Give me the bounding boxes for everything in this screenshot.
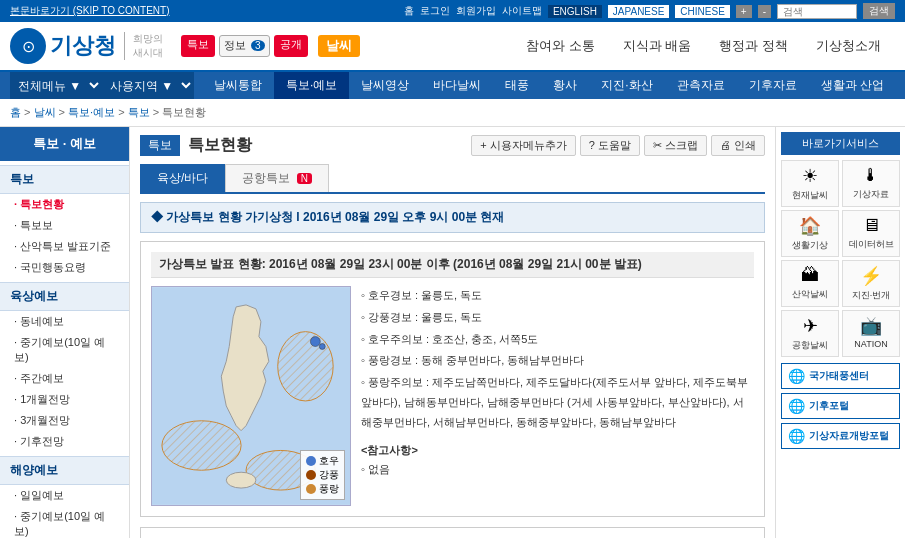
- legend-hoyu: 호우: [306, 454, 339, 468]
- header-badges: 특보 정보 3 공개 날씨: [181, 35, 360, 57]
- lightning-icon: ⚡: [860, 265, 882, 287]
- globe-icon-2: 🌐: [788, 398, 805, 414]
- tab-gonghang-teukbo[interactable]: 공항특보 N: [225, 164, 329, 192]
- breadcrumb-home[interactable]: 홈: [10, 106, 21, 118]
- tv-icon: 📺: [860, 315, 882, 337]
- sidebar-item-hayang-junggi[interactable]: 중기예보(10일 예보): [0, 506, 129, 538]
- nav-chatgwa-sotong[interactable]: 참여와 소통: [512, 31, 609, 61]
- subnav-nalsi-tonghap[interactable]: 날씨통합: [202, 72, 274, 99]
- quick-link-gihu[interactable]: 🌐 기후포털: [781, 393, 900, 419]
- lang-japanese[interactable]: JAPANESE: [608, 5, 670, 18]
- quick-link-gisang-jaro-portal[interactable]: 🌐 기상자료개방포털: [781, 423, 900, 449]
- nav-haengjeong[interactable]: 행정과 정책: [705, 31, 802, 61]
- subnav-gwanchuk[interactable]: 관측자료: [665, 72, 737, 99]
- logo-main-text: 기상청: [50, 31, 116, 61]
- skip-link[interactable]: 본문바로가기 (SKIP TO CONTENT): [10, 4, 169, 18]
- quick-item-sanak-nalsi[interactable]: 🏔 산악날씨: [781, 260, 839, 307]
- subnav-bada-nalsi[interactable]: 바다날씨: [421, 72, 493, 99]
- sidebar-item-3gaeweol[interactable]: 3개월전망: [0, 410, 129, 431]
- page-title: 특보현황: [188, 135, 252, 156]
- legend-label-hoyu: 호우: [319, 454, 339, 468]
- sidebar-item-jukan-yebo[interactable]: 주간예보: [0, 368, 129, 389]
- breadcrumb-teukbo[interactable]: 특보: [128, 106, 150, 118]
- plane-icon: ✈: [803, 315, 818, 337]
- tabs: 육상/바다 공항특보 N: [140, 164, 765, 194]
- sidebar-item-gihu-jeonmang[interactable]: 기후전망: [0, 431, 129, 452]
- quick-link-gihu-label: 기후포털: [809, 399, 849, 413]
- tab-yuksang-bada[interactable]: 육상/바다: [140, 164, 225, 192]
- search-input[interactable]: [777, 4, 857, 19]
- quick-item-nation[interactable]: 📺 NATION: [842, 310, 900, 357]
- legend-dot-pungnang: [306, 484, 316, 494]
- breadcrumb: 홈 > 날씨 > 특보·예보 > 특보 > 특보현황: [0, 99, 905, 127]
- legend-label-gangpung: 강풍: [319, 468, 339, 482]
- lang-english[interactable]: ENGLISH: [548, 5, 602, 18]
- quick-item-jijin[interactable]: ⚡ 지진·번개: [842, 260, 900, 307]
- subnav-hwangsa[interactable]: 황사: [541, 72, 589, 99]
- badge-nalsi: 날씨: [318, 35, 360, 57]
- area-select[interactable]: 사용지역 ▼: [102, 72, 194, 99]
- sidebar-item-gukmin-haengdong[interactable]: 국민행동요령: [0, 257, 129, 278]
- detail-gangpung-gyeongbo: ◦ 강풍경보 : 울릉도, 독도: [361, 308, 754, 328]
- badge-jeongbo: 정보 3: [219, 35, 270, 57]
- all-menu-select[interactable]: 전체메뉴 ▼: [10, 72, 102, 99]
- quick-link-taepung[interactable]: 🌐 국가태풍센터: [781, 363, 900, 389]
- sitemap-link[interactable]: 사이트맵: [502, 4, 542, 18]
- quick-item-datahub[interactable]: 🖥 데이터허브: [842, 210, 900, 257]
- content-flex-1: 호우 강풍 풍랑 ◦ 호우경보 : 울릉도, 독도: [151, 286, 754, 506]
- scrap-btn[interactable]: ✂ 스크랩: [644, 135, 707, 156]
- quick-link-gisang-portal-label: 기상자료개방포털: [809, 429, 889, 443]
- sidebar-item-ilil-yebo[interactable]: 일일예보: [0, 485, 129, 506]
- quick-label-nation: NATION: [854, 339, 887, 349]
- font-up-btn[interactable]: +: [736, 5, 752, 18]
- sidebar-cat-hayang: 해양예보: [0, 456, 129, 485]
- subnav-jijin[interactable]: 지진·화산: [589, 72, 664, 99]
- main-content: 특보 특보현황 + 시용자메뉴추가 ? 도움말 ✂ 스크랩 🖨 인쇄 육상/바다…: [130, 127, 775, 538]
- quick-item-gisang-jaro[interactable]: 🌡 기상자료: [842, 160, 900, 207]
- nav-gisangcheong-sogeae[interactable]: 기상청소개: [802, 31, 895, 61]
- breadcrumb-teukbo-yebo[interactable]: 특보·예보: [68, 106, 115, 118]
- quick-label-jijin: 지진·번개: [852, 289, 891, 302]
- svg-point-6: [310, 337, 320, 347]
- nav-jishik-baeum[interactable]: 지식과 배움: [609, 31, 706, 61]
- content-box-1: 가상특보 발표 현황: 2016년 08월 29일 23시 00분 이후 (20…: [140, 241, 765, 517]
- lang-chinese[interactable]: CHINESE: [675, 5, 729, 18]
- signup-link[interactable]: 회원가입: [456, 4, 496, 18]
- detail-pungnang-gyeongbo: ◦ 풍랑경보 : 동해 중부먼바다, 동해남부먼바다: [361, 351, 754, 371]
- home-link[interactable]: 홈: [404, 4, 414, 18]
- quick-label-gisang: 기상자료: [853, 188, 889, 201]
- main-layout: 특보 · 예보 특보 특보현황 특보보 산악특보 발표기준 국민행동요령 육상예…: [0, 127, 905, 538]
- subnav-gihu[interactable]: 기후자료: [737, 72, 809, 99]
- subnav-saengwal[interactable]: 생활과 산업: [809, 72, 896, 99]
- breadcrumb-nalsi[interactable]: 날씨: [34, 106, 56, 118]
- detail-hoyu-juibo: ◦ 호우주의보 : 호조산, 충조, 서쪽5도: [361, 330, 754, 350]
- content-box-2: 예비 가상특보 현황: 2016년 08월 29일 21시 00분 발표: [140, 527, 765, 538]
- content-box-1-title: 가상특보 발표 현황: 2016년 08월 29일 23시 00분 이후 (20…: [151, 252, 754, 278]
- reference: <참고사항> ◦ 없음: [361, 441, 754, 481]
- subnav-teukbo-yebo[interactable]: 특보·예보: [274, 72, 349, 99]
- help-btn[interactable]: ? 도움말: [580, 135, 640, 156]
- legend-pungnang: 풍랑: [306, 482, 339, 496]
- quick-item-gonghang[interactable]: ✈ 공항날씨: [781, 310, 839, 357]
- sidebar-item-teukbo-bo[interactable]: 특보보: [0, 215, 129, 236]
- subnav-nalsi-yeong[interactable]: 날씨영상: [349, 72, 421, 99]
- print-btn[interactable]: 🖨 인쇄: [711, 135, 765, 156]
- sidebar-item-teukbo-hyeonhwang[interactable]: 특보현황: [0, 194, 129, 215]
- globe-icon-3: 🌐: [788, 428, 805, 444]
- sidebar-item-sanak-teukbo[interactable]: 산악특보 발표기준: [0, 236, 129, 257]
- add-menu-btn[interactable]: + 시용자메뉴추가: [471, 135, 575, 156]
- sidebar-item-dongne-yebo[interactable]: 동네예보: [0, 311, 129, 332]
- sidebar: 특보 · 예보 특보 특보현황 특보보 산악특보 발표기준 국민행동요령 육상예…: [0, 127, 130, 538]
- map-area-1: 호우 강풍 풍랑: [151, 286, 351, 506]
- right-sidebar-title: 바로가기서비스: [781, 132, 900, 155]
- font-down-btn[interactable]: -: [758, 5, 771, 18]
- tab-badge: N: [297, 173, 312, 184]
- search-button[interactable]: 검색: [863, 3, 895, 19]
- login-link[interactable]: 로그인: [420, 4, 450, 18]
- sidebar-item-junggi-yebo[interactable]: 중기예보(10일 예보): [0, 332, 129, 368]
- quick-item-saengwal-gisang[interactable]: 🏠 생활기상: [781, 210, 839, 257]
- alert-details-1: ◦ 호우경보 : 울릉도, 독도 ◦ 강풍경보 : 울릉도, 독도 ◦ 호우주의…: [361, 286, 754, 506]
- quick-item-hyeonjae-nalsi[interactable]: ☀ 현재날씨: [781, 160, 839, 207]
- sidebar-item-1gaeweol[interactable]: 1개월전망: [0, 389, 129, 410]
- subnav-typhoon[interactable]: 태풍: [493, 72, 541, 99]
